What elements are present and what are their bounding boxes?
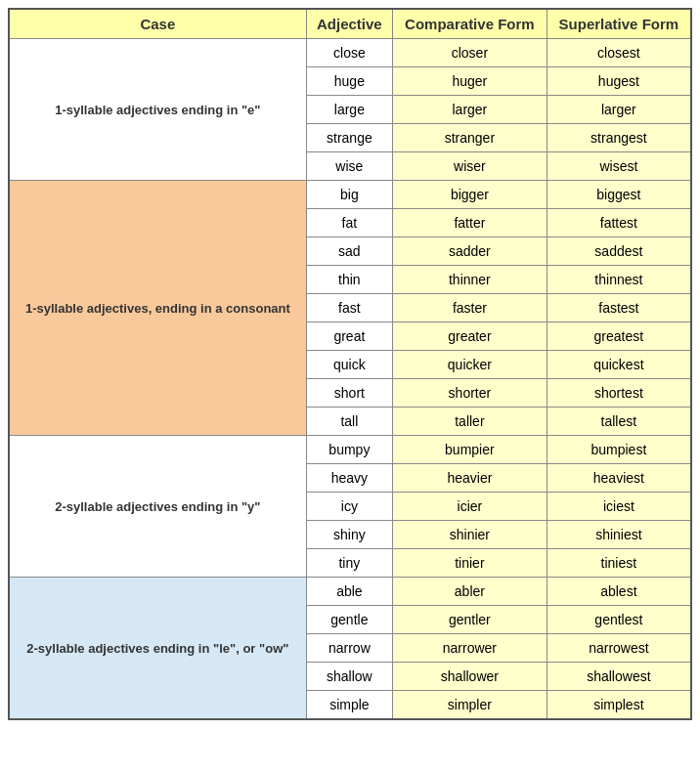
comparative-cell: quicker [393,351,547,379]
comparative-cell: shallower [393,663,547,691]
superlative-cell: tiniest [547,549,691,578]
superlative-cell: shallowest [547,663,691,691]
comparative-cell: tinier [393,549,547,578]
superlative-cell: thinnest [547,266,691,294]
superlative-cell: iciest [547,493,691,521]
superlative-cell: saddest [547,237,691,266]
adjective-cell: huge [306,67,392,96]
comparative-cell: faster [393,294,547,322]
table-row: 2-syllable adjectives ending in "y"bumpy… [9,436,691,464]
comparative-cell: simpler [393,691,547,720]
superlative-cell: closest [547,39,691,67]
adjective-table: Case Adjective Comparative Form Superlat… [8,8,692,720]
comparative-cell: bigger [393,181,547,209]
superlative-cell: strangest [547,124,691,152]
table-row: 1-syllable adjectives ending in "e"close… [9,39,691,67]
adjective-cell: great [306,322,392,351]
superlative-cell: shiniest [547,521,691,549]
table-row: 1-syllable adjectives, ending in a conso… [9,181,691,209]
superlative-cell: wisest [547,152,691,181]
superlative-cell: greatest [547,322,691,351]
adjective-cell: shallow [306,663,392,691]
case-cell: 2-syllable adjectives ending in "le", or… [9,578,306,720]
adjective-cell: shiny [306,521,392,549]
adjective-cell: sad [306,237,392,266]
comparative-cell: heavier [393,464,547,493]
comparative-cell: shinier [393,521,547,549]
superlative-cell: fastest [547,294,691,322]
adjective-cell: large [306,96,392,124]
case-cell: 1-syllable adjectives, ending in a conso… [9,181,306,436]
adjective-cell: heavy [306,464,392,493]
superlative-cell: biggest [547,181,691,209]
adjective-cell: bumpy [306,436,392,464]
comparative-cell: wiser [393,152,547,181]
header-superlative: Superlative Form [547,9,691,39]
comparative-cell: abler [393,578,547,606]
comparative-cell: thinner [393,266,547,294]
adjective-cell: narrow [306,634,392,663]
case-cell: 2-syllable adjectives ending in "y" [9,436,306,578]
comparative-cell: narrower [393,634,547,663]
superlative-cell: gentlest [547,606,691,634]
superlative-cell: simplest [547,691,691,720]
case-cell: 1-syllable adjectives ending in "e" [9,39,306,181]
adjective-cell: strange [306,124,392,152]
adjective-cell: fat [306,209,392,237]
comparative-cell: greater [393,322,547,351]
adjective-cell: wise [306,152,392,181]
superlative-cell: shortest [547,379,691,408]
adjective-cell: short [306,379,392,408]
superlative-cell: tallest [547,408,691,436]
comparative-cell: closer [393,39,547,67]
adjective-cell: gentle [306,606,392,634]
adjective-cell: close [306,39,392,67]
adjective-cell: tall [306,408,392,436]
comparative-cell: larger [393,96,547,124]
adjective-cell: quick [306,351,392,379]
superlative-cell: heaviest [547,464,691,493]
superlative-cell: hugest [547,67,691,96]
superlative-cell: bumpiest [547,436,691,464]
adjective-cell: big [306,181,392,209]
adjective-cell: icy [306,493,392,521]
superlative-cell: fattest [547,209,691,237]
adjective-cell: fast [306,294,392,322]
adjective-cell: able [306,578,392,606]
header-case: Case [9,9,306,39]
superlative-cell: narrowest [547,634,691,663]
adjective-cell: thin [306,266,392,294]
header-comparative: Comparative Form [393,9,547,39]
comparative-cell: taller [393,408,547,436]
header-adjective: Adjective [306,9,392,39]
comparative-cell: sadder [393,237,547,266]
comparative-cell: icier [393,493,547,521]
adjective-cell: simple [306,691,392,720]
superlative-cell: larger [547,96,691,124]
adjective-cell: tiny [306,549,392,578]
superlative-cell: ablest [547,578,691,606]
comparative-cell: huger [393,67,547,96]
comparative-cell: shorter [393,379,547,408]
comparative-cell: bumpier [393,436,547,464]
comparative-cell: gentler [393,606,547,634]
comparative-cell: fatter [393,209,547,237]
superlative-cell: quickest [547,351,691,379]
table-row: 2-syllable adjectives ending in "le", or… [9,578,691,606]
comparative-cell: stranger [393,124,547,152]
